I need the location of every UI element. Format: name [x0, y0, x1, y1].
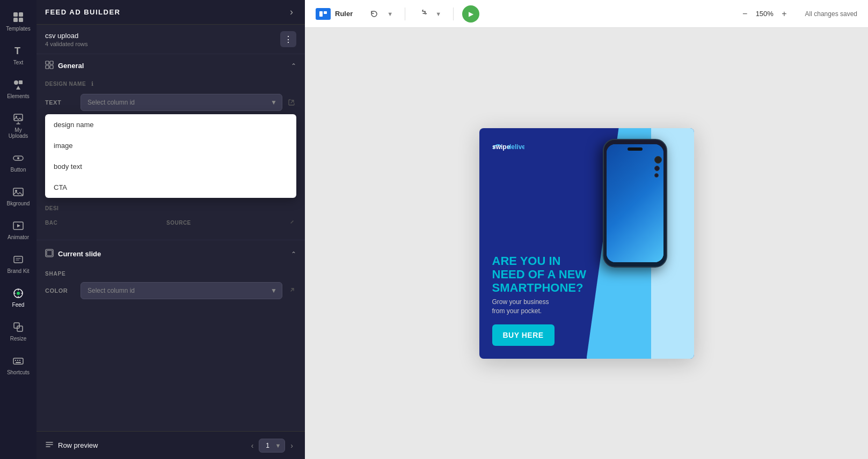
sidebar-item-background-label: Bkground	[7, 201, 30, 206]
sidebar-item-brand-kit-label: Brand Kit	[7, 268, 29, 274]
redo-button[interactable]	[414, 6, 431, 21]
current-slide-chevron: ⌃	[291, 250, 296, 258]
ruler-label: Ruler	[335, 10, 353, 18]
toolbar-divider-1	[405, 8, 405, 20]
svg-rect-20	[17, 326, 23, 331]
elements-icon	[12, 78, 25, 91]
svg-point-9	[16, 116, 17, 117]
background-link-icon[interactable]	[288, 218, 296, 228]
dropdown-item-cta[interactable]: CTA	[45, 177, 296, 198]
design-name-label-top: DESIGN NAME	[45, 81, 86, 87]
svg-rect-16	[14, 256, 23, 263]
canvas-area: Ruler ▼ ▼ ▶ − 150%	[305, 0, 868, 459]
row-select-wrapper: 1 2 3 4 ▼	[259, 439, 285, 453]
svg-rect-32	[319, 11, 323, 17]
row-preview-prev-button[interactable]: ‹	[248, 439, 257, 452]
row-preview-nav: ‹ 1 2 3 4 ▼ ›	[248, 439, 296, 453]
feed-icon	[12, 287, 25, 300]
shape-color-link-icon[interactable]	[288, 286, 296, 296]
keyboard-icon	[12, 354, 25, 367]
redo-dropdown-button[interactable]: ▼	[432, 9, 444, 19]
dropdown-item-image[interactable]: image	[45, 135, 296, 156]
dropdown-item-design-name[interactable]: design name	[45, 114, 296, 135]
row-preview-bar: Row preview ‹ 1 2 3 4 ▼ ›	[37, 431, 305, 459]
current-slide-section-icon	[45, 249, 54, 259]
play-button[interactable]: ▶	[462, 5, 479, 23]
ad-cta-button[interactable]: Buy Here	[492, 324, 555, 346]
canvas-viewport[interactable]: swipe delivery ARE YOU IN NEED OF A NEW …	[305, 28, 868, 459]
background-row: BAC Source	[37, 214, 305, 231]
ad-content: ARE YOU IN NEED OF A NEW SMARTPHONE? Gro…	[492, 248, 595, 346]
general-section-title: General	[58, 62, 84, 70]
image-icon	[12, 186, 25, 198]
zoom-out-button[interactable]: −	[739, 7, 750, 21]
ad-left-panel: swipe delivery ARE YOU IN NEED OF A NEW …	[479, 128, 608, 359]
svg-rect-3	[19, 18, 23, 22]
sidebar-item-elements[interactable]: Elements	[2, 73, 34, 105]
shape-color-select[interactable]: Select column id	[81, 282, 282, 299]
row-preview-select[interactable]: 1 2 3 4	[259, 439, 285, 453]
shape-color-select-wrapper: Select column id ▼	[81, 282, 282, 299]
current-slide-title: Current slide	[58, 250, 101, 258]
csv-section: csv upload 4 validated rows ⋮	[37, 25, 305, 54]
ad-preview: swipe delivery ARE YOU IN NEED OF A NEW …	[479, 128, 694, 359]
svg-rect-31	[47, 250, 52, 256]
svg-rect-19	[14, 323, 19, 328]
design-name-row: Text Select column id ▼	[37, 91, 305, 114]
svg-rect-26	[46, 61, 49, 64]
design-name-select-wrapper: Select column id ▼	[81, 94, 282, 111]
ad-headline-highlight: SMARTPHONE?	[492, 281, 583, 294]
sidebar-item-resize[interactable]: Resize	[2, 315, 34, 347]
sidebar-item-feed-label: Feed	[12, 302, 25, 308]
shape-color-label: Color	[45, 287, 75, 294]
upload-icon	[12, 112, 25, 125]
sidebar-item-button[interactable]: Button	[2, 146, 34, 178]
svg-rect-28	[46, 65, 49, 69]
row-preview-next-button[interactable]: ›	[287, 439, 296, 452]
csv-menu-button[interactable]: ⋮	[280, 31, 296, 47]
sidebar-item-brand-kit[interactable]: Brand Kit	[2, 248, 34, 279]
animator-icon	[12, 219, 25, 232]
svg-point-5	[14, 80, 18, 85]
csv-filename: csv upload	[45, 32, 88, 40]
svg-rect-21	[13, 358, 23, 364]
svg-text:T: T	[14, 46, 20, 56]
general-section-header[interactable]: General ⌃	[37, 54, 305, 77]
ad-subtext: Grow your business from your pocket.	[492, 298, 595, 316]
icon-sidebar: Templates T Text Elements	[0, 0, 37, 459]
sidebar-item-my-uploads[interactable]: My Uploads	[2, 107, 34, 144]
sidebar-item-shortcuts[interactable]: Shortcuts	[2, 349, 34, 381]
sidebar-item-animator[interactable]: Animator	[2, 214, 34, 246]
undo-button[interactable]	[366, 6, 383, 21]
design-name-link-icon[interactable]	[288, 98, 296, 108]
zoom-controls: − 150% +	[739, 7, 790, 21]
sidebar-item-text[interactable]: T Text	[2, 39, 34, 71]
panel-header: FEED AD BUILDER ›	[37, 0, 305, 25]
general-section-icon	[45, 61, 54, 71]
sidebar-item-feed[interactable]: Feed	[2, 282, 34, 313]
sidebar-item-templates[interactable]: Templates	[2, 5, 34, 37]
undo-dropdown-button[interactable]: ▼	[384, 9, 396, 19]
sidebar-item-animator-label: Animator	[8, 234, 29, 240]
svg-rect-24	[19, 360, 20, 361]
sidebar-item-background[interactable]: Bkground	[2, 180, 34, 212]
source-label: Source	[166, 220, 282, 226]
svg-point-11	[17, 157, 19, 159]
design-name-divider: DESIGN NAME ℹ	[37, 77, 305, 91]
svg-rect-33	[324, 11, 327, 14]
svg-rect-27	[50, 61, 53, 64]
dropdown-item-body-text[interactable]: body text	[45, 156, 296, 177]
design-name-select[interactable]: Select column id	[81, 94, 282, 111]
panel-close-button[interactable]: ›	[287, 5, 296, 19]
main-toolbar: Ruler ▼ ▼ ▶ − 150%	[305, 0, 868, 28]
csv-row-count: 4 validated rows	[45, 41, 88, 47]
svg-text:delivery: delivery	[507, 143, 524, 151]
brand-icon	[316, 8, 331, 20]
zoom-in-button[interactable]: +	[778, 7, 790, 21]
undo-redo-group: ▼	[366, 6, 396, 21]
svg-rect-1	[19, 12, 23, 17]
current-slide-section-header[interactable]: Current slide ⌃	[37, 240, 305, 265]
row-preview-list-icon	[45, 441, 54, 449]
destination-url-row: DESI	[37, 202, 305, 214]
panel-title: FEED AD BUILDER	[45, 8, 120, 16]
